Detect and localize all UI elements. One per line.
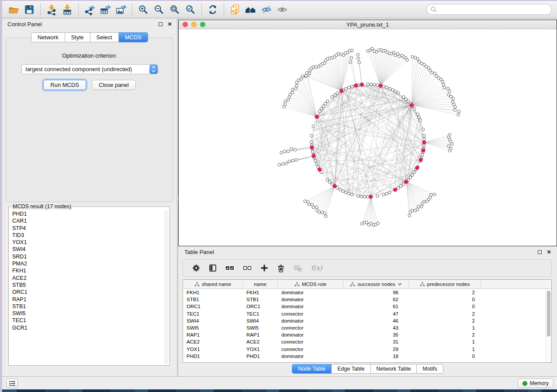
close-panel-icon[interactable]: × bbox=[168, 22, 172, 26]
network-node[interactable] bbox=[388, 87, 391, 90]
network-node[interactable] bbox=[305, 72, 308, 75]
network-node[interactable] bbox=[397, 92, 400, 95]
column-header-MCDS-role[interactable]: MCDS role bbox=[278, 280, 343, 289]
network-node[interactable] bbox=[294, 148, 297, 151]
search-input[interactable] bbox=[437, 7, 551, 13]
dominator-node[interactable] bbox=[312, 154, 315, 158]
network-node[interactable] bbox=[310, 141, 313, 144]
network-node[interactable] bbox=[295, 84, 298, 87]
network-node[interactable] bbox=[377, 222, 380, 225]
network-node[interactable] bbox=[382, 85, 385, 88]
create-column-button[interactable] bbox=[260, 264, 269, 272]
network-node[interactable] bbox=[283, 150, 286, 153]
network-node[interactable] bbox=[318, 211, 321, 214]
network-node[interactable] bbox=[367, 50, 370, 53]
network-node[interactable] bbox=[429, 196, 432, 199]
network-node[interactable] bbox=[311, 150, 314, 153]
network-node[interactable] bbox=[333, 93, 336, 96]
zoom-out-button[interactable] bbox=[151, 3, 167, 17]
function-builder-button[interactable]: f(x) bbox=[311, 264, 324, 272]
network-node[interactable] bbox=[443, 86, 446, 89]
network-node[interactable] bbox=[294, 87, 298, 90]
network-node[interactable] bbox=[442, 83, 445, 86]
zoom-selected-button[interactable] bbox=[183, 3, 198, 17]
network-node[interactable] bbox=[350, 85, 353, 88]
network-node[interactable] bbox=[420, 205, 423, 208]
network-node[interactable] bbox=[349, 61, 352, 64]
network-node[interactable] bbox=[357, 57, 360, 60]
column-header-successor-nodes[interactable]: successor nodes bbox=[343, 280, 409, 289]
column-header-shared-name[interactable]: shared name bbox=[183, 280, 243, 289]
network-node[interactable] bbox=[433, 193, 436, 196]
network-node[interactable] bbox=[411, 55, 414, 58]
network-node[interactable] bbox=[446, 87, 450, 90]
network-node[interactable] bbox=[373, 83, 376, 86]
criterion-dropdown[interactable]: largest connected component (undirected) bbox=[21, 64, 158, 74]
import-network-button[interactable] bbox=[44, 3, 59, 17]
hide-selected-button[interactable] bbox=[259, 3, 274, 17]
network-node[interactable] bbox=[376, 195, 379, 198]
first-neighbors-button[interactable] bbox=[243, 3, 259, 17]
search-box[interactable] bbox=[426, 4, 552, 15]
network-node[interactable] bbox=[429, 193, 432, 196]
network-node[interactable] bbox=[326, 100, 329, 103]
network-node[interactable] bbox=[280, 151, 283, 155]
network-node[interactable] bbox=[315, 206, 318, 209]
dominator-node[interactable] bbox=[333, 184, 336, 188]
mcds-result-item[interactable]: ORC1 bbox=[10, 289, 164, 296]
close-panel-button[interactable]: Close panel bbox=[92, 80, 136, 90]
show-hide-columns-button[interactable] bbox=[208, 264, 217, 272]
table-row[interactable]: YOX1YOX1connector291 bbox=[183, 346, 551, 353]
network-node[interactable] bbox=[407, 100, 410, 103]
deselect-all-button[interactable] bbox=[242, 264, 252, 272]
mcds-result-item[interactable]: TEC1 bbox=[10, 317, 164, 324]
network-node[interactable] bbox=[331, 96, 334, 99]
network-node[interactable] bbox=[360, 195, 363, 198]
tab-network[interactable]: Network bbox=[31, 32, 65, 42]
dominator-node[interactable] bbox=[379, 84, 382, 87]
tab-edge-table[interactable]: Edge Table bbox=[332, 364, 370, 374]
mcds-result-item[interactable]: YOX1 bbox=[10, 239, 164, 246]
network-node[interactable] bbox=[457, 110, 460, 113]
network-node[interactable] bbox=[402, 96, 405, 99]
network-node[interactable] bbox=[304, 74, 308, 77]
open-session-button[interactable] bbox=[6, 3, 21, 17]
network-node[interactable] bbox=[409, 176, 412, 179]
dominator-node[interactable] bbox=[422, 148, 425, 152]
network-node[interactable] bbox=[385, 192, 388, 195]
network-node[interactable] bbox=[350, 56, 353, 59]
mcds-result-item[interactable]: SWI5 bbox=[10, 310, 164, 317]
network-node[interactable] bbox=[382, 193, 385, 196]
network-node[interactable] bbox=[342, 189, 345, 193]
network-node[interactable] bbox=[344, 191, 347, 194]
network-node[interactable] bbox=[394, 90, 397, 93]
dominator-node[interactable] bbox=[410, 103, 413, 107]
import-table-button[interactable] bbox=[59, 3, 75, 17]
tab-mcds[interactable]: MCDS bbox=[119, 32, 148, 42]
dominator-node[interactable] bbox=[310, 146, 314, 149]
network-node[interactable] bbox=[419, 119, 422, 122]
network-node[interactable] bbox=[308, 69, 311, 72]
network-node[interactable] bbox=[388, 191, 391, 194]
network-node[interactable] bbox=[367, 83, 370, 86]
network-window-titlebar[interactable]: YPA_prune.txt_1 bbox=[179, 20, 557, 29]
network-node[interactable] bbox=[310, 134, 313, 138]
network-node[interactable] bbox=[417, 205, 420, 208]
export-image-button[interactable] bbox=[113, 3, 129, 17]
memory-button[interactable]: Memory bbox=[518, 378, 554, 388]
mcds-result-item[interactable]: GCR1 bbox=[10, 324, 164, 331]
table-row[interactable]: SWI5SWI5connector431 bbox=[183, 324, 551, 331]
table-row[interactable]: RAP1RAP1dominator352 bbox=[183, 331, 551, 338]
network-node[interactable] bbox=[291, 88, 294, 91]
column-header-predecessor-nodes[interactable]: predecessor nodes bbox=[409, 280, 481, 289]
network-node[interactable] bbox=[287, 98, 290, 101]
apply-layout-button[interactable] bbox=[205, 3, 221, 17]
mcds-result-item[interactable]: SRD1 bbox=[10, 253, 164, 260]
table-row[interactable]: ACE2ACE2connector311 bbox=[183, 338, 551, 345]
network-node[interactable] bbox=[370, 83, 373, 86]
network-node[interactable] bbox=[413, 107, 416, 110]
network-node[interactable] bbox=[350, 193, 353, 196]
network-node[interactable] bbox=[281, 162, 284, 165]
network-node[interactable] bbox=[422, 134, 426, 138]
mcds-result-item[interactable]: TID3 bbox=[10, 232, 164, 239]
